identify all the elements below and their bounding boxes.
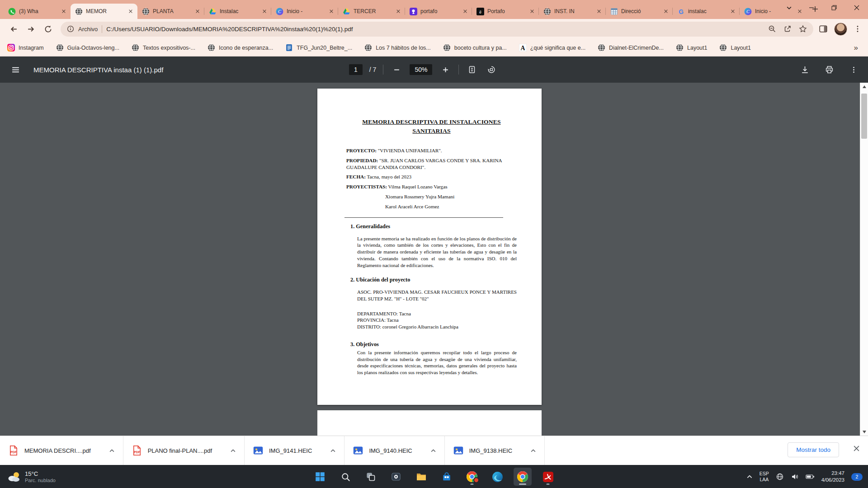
microsoft-store-button[interactable] [438,468,456,486]
scroll-up-arrow[interactable] [860,83,868,90]
weather-widget[interactable]: 15°C Parc. nublado [5,469,60,485]
download-item[interactable]: IMG_9140.HEIC [344,436,444,465]
bookmark-item[interactable]: boceto cultura y pa... [443,44,507,52]
task-view-button[interactable] [362,468,380,486]
browser-tab[interactable]: PLANTA [137,4,204,19]
page-count-label: / 7 [369,66,377,73]
chrome-active-button[interactable] [514,468,532,486]
forward-button[interactable] [24,22,38,36]
browser-tab[interactable]: MEMOR [71,4,137,19]
download-icon[interactable] [798,63,811,76]
close-window-button[interactable] [845,0,868,15]
bookmark-item[interactable]: TFG_Jun20_Beltre_... [285,44,352,52]
hidden-icons-chevron-icon[interactable] [746,474,753,480]
bookmark-item[interactable]: Layout1 [676,44,707,52]
download-item[interactable]: IMG_9138.HEIC [445,436,545,465]
download-menu-chevron-icon[interactable] [109,448,115,454]
bookmark-star-icon[interactable] [799,25,807,33]
browser-tab[interactable]: Direcció [606,4,673,19]
bookmark-item[interactable]: Guía-Octavos-leng... [56,44,119,52]
download-item[interactable]: PDF MEMORIA DESCRI....pdf [0,436,123,465]
acrobat-button[interactable] [539,468,557,486]
svg-text:PDF: PDF [10,450,17,454]
browser-tab[interactable]: ē Portafo [472,4,539,19]
zoom-out-button[interactable] [390,63,403,76]
tab-close-icon[interactable] [61,8,67,14]
file-explorer-button[interactable] [412,468,430,486]
battery-icon[interactable] [806,473,815,480]
browser-tab[interactable]: (3) Wha [4,4,71,19]
tab-search-chevron-icon[interactable] [778,0,800,15]
bookmark-item[interactable]: Los 7 hábitos de los... [364,44,431,52]
restore-button[interactable] [823,0,845,15]
browser-tab[interactable]: portafo [405,4,472,19]
zoom-out-page-icon[interactable] [768,25,776,33]
browser-titlebar: (3) Wha MEMOR PLANTA Instalac C Inicio -… [0,0,868,19]
tab-close-icon[interactable] [395,8,401,14]
browser-tab[interactable]: G instalac [673,4,740,19]
minimize-button[interactable] [800,0,823,15]
bookmark-item[interactable]: Dialnet-ElCrimenDe... [598,44,664,52]
media-app-button[interactable] [387,468,405,486]
download-item[interactable]: IMG_9141.HEIC [245,436,344,465]
network-icon[interactable] [776,473,784,481]
download-menu-chevron-icon[interactable] [530,448,536,454]
download-menu-chevron-icon[interactable] [230,448,236,454]
browser-tab[interactable]: TERCER [338,4,405,19]
download-menu-chevron-icon[interactable] [330,448,336,454]
scrollbar-thumb[interactable] [861,94,867,139]
bookmark-item[interactable]: Textos expositivos-... [132,44,195,52]
taskbar-clock[interactable]: 23:47 4/06/2023 [821,470,844,483]
zoom-in-button[interactable] [439,63,452,76]
page-number-input[interactable]: 1 [349,64,363,75]
taskbar-search-button[interactable] [336,468,354,486]
rotate-page-icon[interactable] [485,63,498,76]
close-downloads-bar-icon[interactable] [853,445,860,452]
window-controls [778,0,868,15]
fit-to-page-icon[interactable] [466,63,478,76]
download-menu-chevron-icon[interactable] [430,448,436,454]
tab-close-icon[interactable] [663,8,669,14]
show-all-downloads-button[interactable]: Mostrar todo [788,442,839,457]
scroll-down-arrow[interactable] [860,428,868,436]
language-indicator[interactable]: ESP LAA [760,471,769,482]
tab-title: PLANTA [153,8,191,14]
browser-toolbar: Archivo C:/Users/USUARIO/Downloads/MEMOR… [0,19,868,39]
browser-tab[interactable]: C Inicio - [271,4,338,19]
chrome-button[interactable] [463,468,481,486]
tab-close-icon[interactable] [328,8,335,14]
vertical-scrollbar[interactable] [860,83,868,436]
pdf-toolbar-divider [458,65,459,75]
pdf-menu-hamburger-icon[interactable] [9,63,22,76]
tab-close-icon[interactable] [261,8,268,14]
address-bar[interactable]: Archivo C:/Users/USUARIO/Downloads/MEMOR… [61,22,813,37]
tab-close-icon[interactable] [462,8,468,14]
back-button[interactable] [6,22,21,36]
tab-close-icon[interactable] [194,8,201,14]
browser-menu-kebab-icon[interactable] [854,25,862,33]
tab-close-icon[interactable] [596,8,602,14]
bookmark-item[interactable]: Instagram [7,44,44,52]
print-icon[interactable] [823,63,835,76]
pdf-more-kebab-icon[interactable] [847,63,860,76]
bookmark-item[interactable]: Layout1 [719,44,750,52]
tab-close-icon[interactable] [127,8,134,14]
browser-tab[interactable]: INST. IN [539,4,606,19]
volume-icon[interactable] [791,473,799,481]
share-icon[interactable] [783,25,792,33]
bookmarks-overflow-chevron[interactable]: » [851,43,861,52]
reload-button[interactable] [41,22,55,36]
side-panel-icon[interactable] [819,24,828,33]
start-button[interactable] [311,468,329,486]
info-icon[interactable] [67,25,74,33]
profile-avatar[interactable] [834,23,847,36]
edge-button[interactable] [488,468,506,486]
section-heading: 3. Objetivos [346,341,517,348]
browser-tab[interactable]: Instalac [204,4,271,19]
tab-close-icon[interactable] [529,8,535,14]
tab-close-icon[interactable] [730,8,736,14]
bookmark-item[interactable]: Icono de esperanza... [208,44,273,52]
bookmark-item[interactable]: A ¿qué significa que e... [519,44,585,52]
download-item[interactable]: PDF PLANO final-PLAN....pdf [123,436,245,465]
notification-count-badge[interactable]: 2 [851,473,863,481]
